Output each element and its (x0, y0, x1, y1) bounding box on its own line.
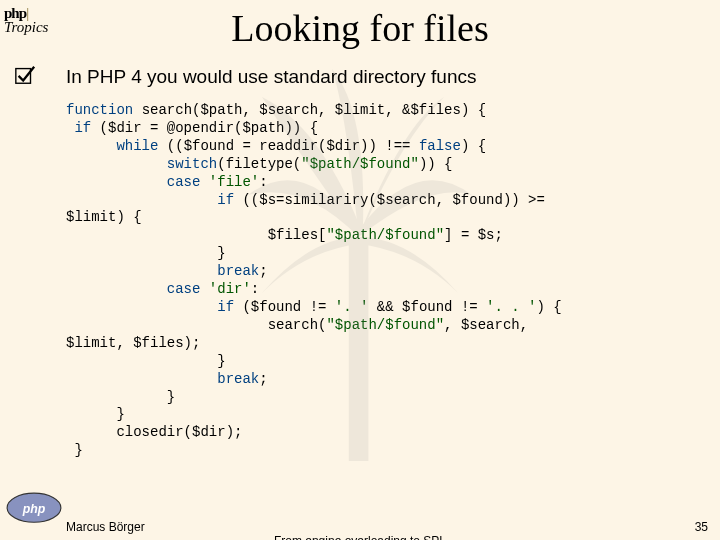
footer-title: From engine overloading to SPL (0, 534, 720, 540)
slide-title: Looking for files (0, 6, 720, 50)
footer-page: 35 (695, 520, 708, 534)
code-block: function search($path, $search, $limit, … (66, 102, 720, 460)
tropics-logo: php| Tropics (4, 4, 48, 36)
footer-author: Marcus Börger (66, 520, 145, 534)
php-logo-icon: php (6, 492, 62, 524)
check-icon (14, 64, 36, 86)
bullet-text: In PHP 4 you would use standard director… (66, 66, 720, 88)
logo-tropics: Tropics (4, 19, 48, 36)
svg-text:php: php (22, 502, 46, 516)
